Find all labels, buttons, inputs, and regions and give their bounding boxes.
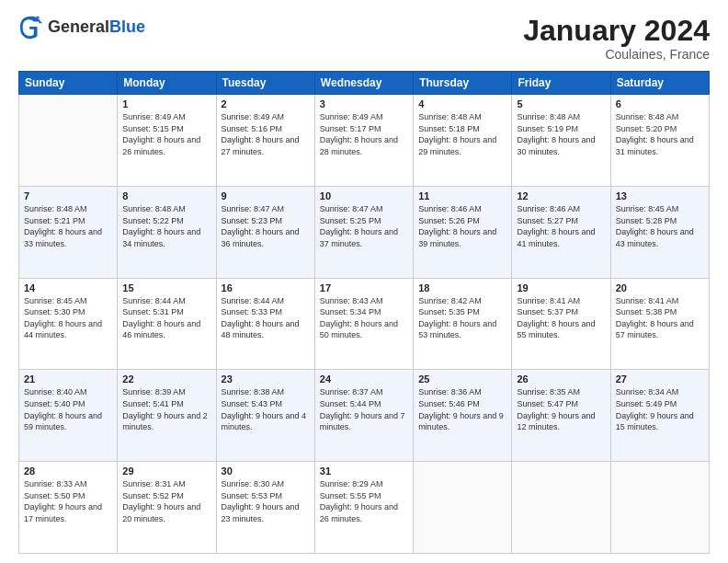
month-title: January 2024 [523, 15, 710, 47]
table-row: 23Sunrise: 8:38 AMSunset: 5:43 PMDayligh… [216, 370, 314, 462]
calendar-week-row: 7Sunrise: 8:48 AMSunset: 5:21 PMDaylight… [19, 186, 710, 278]
day-number: 25 [418, 373, 506, 385]
day-number: 4 [418, 98, 506, 109]
calendar-week-row: 14Sunrise: 8:45 AMSunset: 5:30 PMDayligh… [19, 278, 710, 370]
table-row: 17Sunrise: 8:43 AMSunset: 5:34 PMDayligh… [314, 278, 413, 370]
col-thursday: Thursday [414, 72, 512, 95]
page: General Blue January 2024 Coulaines, Fra… [0, 0, 728, 563]
day-number: 13 [616, 190, 704, 201]
day-number: 24 [320, 373, 408, 385]
day-info: Sunrise: 8:34 AMSunset: 5:49 PMDaylight:… [616, 386, 704, 432]
day-info: Sunrise: 8:45 AMSunset: 5:28 PMDaylight:… [616, 203, 704, 249]
day-number: 16 [222, 282, 310, 293]
table-row: 24Sunrise: 8:37 AMSunset: 5:44 PMDayligh… [314, 370, 413, 462]
col-sunday: Sunday [19, 72, 118, 95]
table-row: 14Sunrise: 8:45 AMSunset: 5:30 PMDayligh… [19, 278, 118, 370]
day-number: 6 [616, 98, 704, 109]
col-monday: Monday [118, 72, 216, 95]
day-number: 12 [517, 190, 605, 201]
day-number: 14 [24, 282, 112, 293]
day-number: 11 [418, 190, 506, 201]
day-number: 7 [24, 190, 112, 201]
day-info: Sunrise: 8:33 AMSunset: 5:50 PMDaylight:… [24, 478, 112, 524]
day-info: Sunrise: 8:41 AMSunset: 5:38 PMDaylight:… [616, 295, 704, 341]
day-number: 18 [418, 282, 506, 293]
day-info: Sunrise: 8:42 AMSunset: 5:35 PMDaylight:… [418, 295, 506, 341]
table-row: 30Sunrise: 8:30 AMSunset: 5:53 PMDayligh… [216, 462, 314, 554]
table-row: 19Sunrise: 8:41 AMSunset: 5:37 PMDayligh… [512, 278, 610, 370]
table-row: 11Sunrise: 8:46 AMSunset: 5:26 PMDayligh… [414, 186, 512, 278]
day-number: 30 [222, 465, 310, 477]
table-row [414, 462, 512, 554]
day-info: Sunrise: 8:49 AMSunset: 5:17 PMDaylight:… [320, 111, 408, 157]
table-row: 13Sunrise: 8:45 AMSunset: 5:28 PMDayligh… [610, 186, 709, 278]
day-info: Sunrise: 8:29 AMSunset: 5:55 PMDaylight:… [320, 478, 408, 524]
table-row: 8Sunrise: 8:48 AMSunset: 5:22 PMDaylight… [118, 186, 216, 278]
table-row: 25Sunrise: 8:36 AMSunset: 5:46 PMDayligh… [414, 370, 512, 462]
day-number: 31 [320, 465, 408, 477]
day-number: 21 [24, 373, 112, 385]
logo-icon [18, 15, 44, 40]
table-row: 27Sunrise: 8:34 AMSunset: 5:49 PMDayligh… [610, 370, 709, 462]
header: General Blue January 2024 Coulaines, Fra… [18, 15, 710, 62]
table-row [19, 95, 118, 187]
day-info: Sunrise: 8:44 AMSunset: 5:33 PMDaylight:… [222, 295, 310, 341]
calendar-week-row: 21Sunrise: 8:40 AMSunset: 5:40 PMDayligh… [19, 370, 710, 462]
day-info: Sunrise: 8:45 AMSunset: 5:30 PMDaylight:… [24, 295, 112, 341]
day-info: Sunrise: 8:47 AMSunset: 5:25 PMDaylight:… [320, 203, 408, 249]
day-number: 1 [122, 98, 210, 109]
table-row: 31Sunrise: 8:29 AMSunset: 5:55 PMDayligh… [314, 462, 413, 554]
day-number: 10 [320, 190, 408, 201]
col-friday: Friday [512, 72, 610, 95]
day-info: Sunrise: 8:48 AMSunset: 5:19 PMDaylight:… [517, 111, 605, 157]
day-info: Sunrise: 8:44 AMSunset: 5:31 PMDaylight:… [122, 295, 210, 341]
day-info: Sunrise: 8:37 AMSunset: 5:44 PMDaylight:… [320, 386, 408, 432]
day-number: 2 [222, 98, 310, 109]
table-row: 6Sunrise: 8:48 AMSunset: 5:20 PMDaylight… [610, 95, 709, 187]
location: Coulaines, France [523, 47, 710, 62]
calendar: Sunday Monday Tuesday Wednesday Thursday… [18, 71, 710, 554]
logo-blue: Blue [109, 18, 145, 37]
day-info: Sunrise: 8:48 AMSunset: 5:18 PMDaylight:… [418, 111, 506, 157]
calendar-header-row: Sunday Monday Tuesday Wednesday Thursday… [19, 72, 710, 95]
col-tuesday: Tuesday [216, 72, 314, 95]
logo: General Blue [18, 15, 145, 40]
table-row: 22Sunrise: 8:39 AMSunset: 5:41 PMDayligh… [118, 370, 216, 462]
day-number: 19 [517, 282, 605, 293]
day-info: Sunrise: 8:38 AMSunset: 5:43 PMDaylight:… [222, 386, 310, 432]
day-info: Sunrise: 8:48 AMSunset: 5:22 PMDaylight:… [122, 203, 210, 249]
table-row: 10Sunrise: 8:47 AMSunset: 5:25 PMDayligh… [314, 186, 413, 278]
logo-general: General [48, 18, 109, 37]
table-row: 7Sunrise: 8:48 AMSunset: 5:21 PMDaylight… [19, 186, 118, 278]
day-number: 15 [122, 282, 210, 293]
table-row: 3Sunrise: 8:49 AMSunset: 5:17 PMDaylight… [314, 95, 413, 187]
table-row [512, 462, 610, 554]
title-block: January 2024 Coulaines, France [523, 15, 710, 62]
day-info: Sunrise: 8:46 AMSunset: 5:27 PMDaylight:… [517, 203, 605, 249]
day-info: Sunrise: 8:35 AMSunset: 5:47 PMDaylight:… [517, 386, 605, 432]
day-number: 29 [122, 465, 210, 477]
calendar-week-row: 1Sunrise: 8:49 AMSunset: 5:15 PMDaylight… [19, 95, 710, 187]
table-row: 28Sunrise: 8:33 AMSunset: 5:50 PMDayligh… [19, 462, 118, 554]
day-number: 8 [122, 190, 210, 201]
day-info: Sunrise: 8:49 AMSunset: 5:15 PMDaylight:… [122, 111, 210, 157]
calendar-week-row: 28Sunrise: 8:33 AMSunset: 5:50 PMDayligh… [19, 462, 710, 554]
day-info: Sunrise: 8:47 AMSunset: 5:23 PMDaylight:… [222, 203, 310, 249]
day-number: 9 [222, 190, 310, 201]
table-row: 20Sunrise: 8:41 AMSunset: 5:38 PMDayligh… [610, 278, 709, 370]
table-row: 9Sunrise: 8:47 AMSunset: 5:23 PMDaylight… [216, 186, 314, 278]
table-row: 18Sunrise: 8:42 AMSunset: 5:35 PMDayligh… [414, 278, 512, 370]
table-row: 29Sunrise: 8:31 AMSunset: 5:52 PMDayligh… [118, 462, 216, 554]
day-info: Sunrise: 8:36 AMSunset: 5:46 PMDaylight:… [418, 386, 506, 432]
day-info: Sunrise: 8:48 AMSunset: 5:20 PMDaylight:… [616, 111, 704, 157]
table-row [610, 462, 709, 554]
table-row: 21Sunrise: 8:40 AMSunset: 5:40 PMDayligh… [19, 370, 118, 462]
day-number: 3 [320, 98, 408, 109]
table-row: 12Sunrise: 8:46 AMSunset: 5:27 PMDayligh… [512, 186, 610, 278]
day-number: 5 [517, 98, 605, 109]
day-number: 28 [24, 465, 112, 477]
logo-text: General Blue [48, 18, 145, 37]
day-info: Sunrise: 8:49 AMSunset: 5:16 PMDaylight:… [222, 111, 310, 157]
day-info: Sunrise: 8:40 AMSunset: 5:40 PMDaylight:… [24, 386, 112, 432]
day-info: Sunrise: 8:41 AMSunset: 5:37 PMDaylight:… [517, 295, 605, 341]
